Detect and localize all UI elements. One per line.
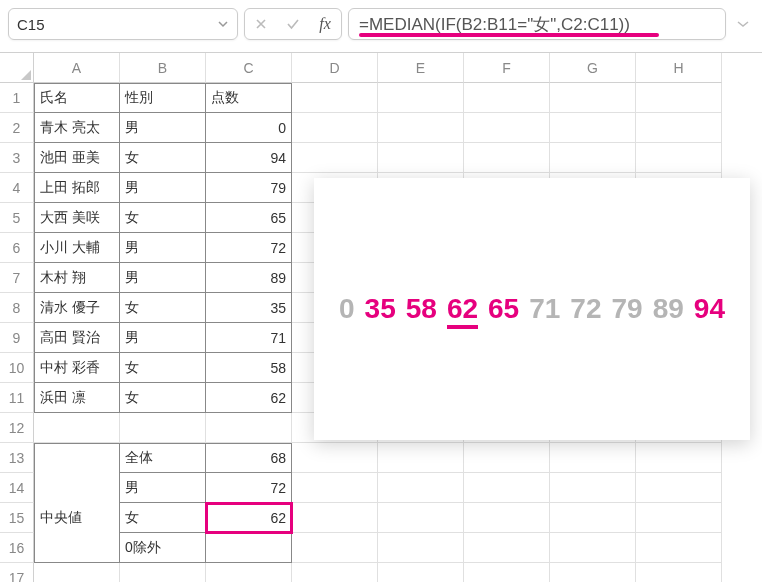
row-header[interactable]: 11 — [0, 383, 34, 413]
cell[interactable]: 高田 賢治 — [34, 323, 120, 353]
cell[interactable] — [464, 533, 550, 563]
cell[interactable] — [34, 533, 120, 563]
cell[interactable]: 女 — [120, 353, 206, 383]
cell[interactable]: 上田 拓郎 — [34, 173, 120, 203]
cell[interactable] — [292, 563, 378, 582]
cell[interactable] — [636, 563, 722, 582]
cell[interactable] — [550, 563, 636, 582]
cell[interactable]: 0除外 — [120, 533, 206, 563]
cell[interactable]: 男 — [120, 233, 206, 263]
cell[interactable] — [292, 83, 378, 113]
cell[interactable] — [464, 503, 550, 533]
cell[interactable]: 女 — [120, 293, 206, 323]
cell[interactable] — [550, 143, 636, 173]
cell[interactable] — [636, 83, 722, 113]
cell[interactable] — [120, 413, 206, 443]
cell[interactable] — [464, 563, 550, 582]
cell[interactable] — [464, 113, 550, 143]
cell[interactable] — [378, 473, 464, 503]
cell[interactable] — [636, 143, 722, 173]
row-header[interactable]: 1 — [0, 83, 34, 113]
cell[interactable]: 72 — [206, 473, 292, 503]
chevron-down-icon[interactable] — [217, 18, 229, 30]
cell[interactable]: 浜田 凛 — [34, 383, 120, 413]
row-header[interactable]: 3 — [0, 143, 34, 173]
cell[interactable] — [464, 83, 550, 113]
cell[interactable] — [206, 533, 292, 563]
row-header[interactable]: 16 — [0, 533, 34, 563]
cell[interactable] — [292, 503, 378, 533]
cell[interactable]: 女 — [120, 383, 206, 413]
cell[interactable] — [550, 113, 636, 143]
cell[interactable]: 男 — [120, 473, 206, 503]
cell[interactable]: 男 — [120, 173, 206, 203]
row-header[interactable]: 8 — [0, 293, 34, 323]
row-header[interactable]: 10 — [0, 353, 34, 383]
name-box[interactable]: C15 — [8, 8, 238, 40]
cell[interactable]: 89 — [206, 263, 292, 293]
col-header[interactable]: B — [120, 53, 206, 83]
expand-formula-bar-icon[interactable] — [732, 13, 754, 35]
cell[interactable]: 35 — [206, 293, 292, 323]
fx-icon[interactable]: fx — [309, 15, 341, 33]
cell[interactable] — [292, 443, 378, 473]
col-header[interactable]: D — [292, 53, 378, 83]
cell[interactable]: 65 — [206, 203, 292, 233]
cell[interactable] — [34, 413, 120, 443]
row-header[interactable]: 14 — [0, 473, 34, 503]
cancel-icon[interactable] — [245, 17, 277, 31]
cell[interactable]: 男 — [120, 113, 206, 143]
cell[interactable] — [464, 443, 550, 473]
cell[interactable] — [378, 113, 464, 143]
row-header[interactable]: 17 — [0, 563, 34, 582]
row-header[interactable]: 2 — [0, 113, 34, 143]
select-all-corner[interactable] — [0, 53, 34, 83]
cell[interactable]: 中村 彩香 — [34, 353, 120, 383]
cell[interactable]: 大西 美咲 — [34, 203, 120, 233]
col-header[interactable]: F — [464, 53, 550, 83]
cell[interactable]: 72 — [206, 233, 292, 263]
cell[interactable] — [636, 443, 722, 473]
cell[interactable] — [378, 563, 464, 582]
cell[interactable] — [636, 503, 722, 533]
cell[interactable]: 全体 — [120, 443, 206, 473]
cell[interactable]: 女 — [120, 203, 206, 233]
cell[interactable] — [378, 83, 464, 113]
cell[interactable]: 女 — [120, 143, 206, 173]
cell[interactable]: 氏名 — [34, 83, 120, 113]
cell[interactable] — [550, 443, 636, 473]
cell[interactable] — [464, 143, 550, 173]
row-header[interactable]: 4 — [0, 173, 34, 203]
cell[interactable] — [292, 533, 378, 563]
cell[interactable] — [636, 473, 722, 503]
cell[interactable] — [550, 473, 636, 503]
cell[interactable] — [378, 503, 464, 533]
row-header[interactable]: 6 — [0, 233, 34, 263]
cell[interactable]: 清水 優子 — [34, 293, 120, 323]
col-header[interactable]: H — [636, 53, 722, 83]
cell[interactable]: 71 — [206, 323, 292, 353]
cell[interactable]: 男 — [120, 323, 206, 353]
col-header[interactable]: C — [206, 53, 292, 83]
cell[interactable] — [34, 473, 120, 503]
cell[interactable] — [292, 113, 378, 143]
row-header[interactable]: 13 — [0, 443, 34, 473]
cell[interactable] — [34, 443, 120, 473]
cell[interactable] — [292, 473, 378, 503]
row-header[interactable]: 9 — [0, 323, 34, 353]
row-header[interactable]: 5 — [0, 203, 34, 233]
confirm-icon[interactable] — [277, 17, 309, 31]
cell[interactable]: 0 — [206, 113, 292, 143]
cell[interactable]: 小川 大輔 — [34, 233, 120, 263]
cell[interactable]: 男 — [120, 263, 206, 293]
cell[interactable]: 62 — [206, 383, 292, 413]
col-header[interactable]: E — [378, 53, 464, 83]
cell[interactable]: 木村 翔 — [34, 263, 120, 293]
cell[interactable] — [550, 503, 636, 533]
cell[interactable] — [636, 533, 722, 563]
cell[interactable] — [464, 473, 550, 503]
cell[interactable] — [206, 563, 292, 582]
cell[interactable] — [120, 563, 206, 582]
cell[interactable]: 青木 亮太 — [34, 113, 120, 143]
cell-merged-label[interactable]: 中央値 — [34, 503, 120, 533]
